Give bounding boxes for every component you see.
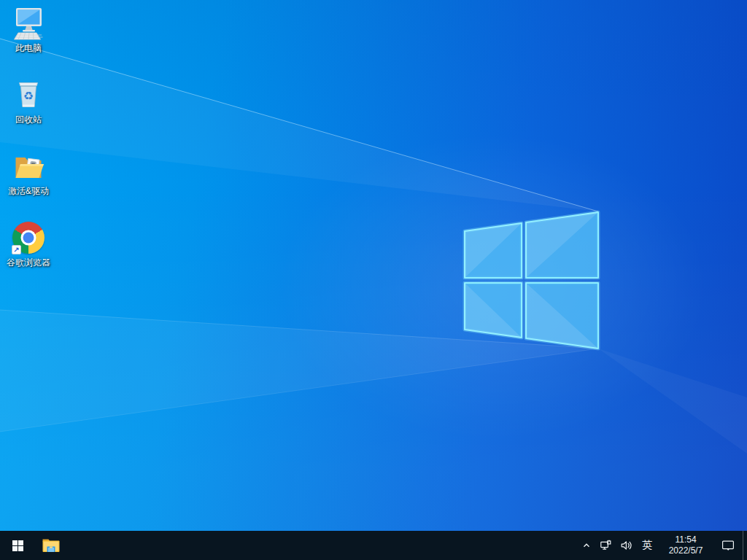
volume-button[interactable]	[616, 531, 636, 560]
ime-label: 英	[642, 539, 652, 552]
action-center-button[interactable]	[713, 531, 743, 560]
clock-date: 2022/5/7	[669, 545, 703, 556]
recycle-bin-icon: ♻	[11, 77, 46, 112]
desktop-icon-activation-drivers[interactable]: 激活&驱动	[1, 149, 55, 197]
file-explorer-button[interactable]	[35, 531, 67, 560]
svg-text:♻: ♻	[23, 89, 34, 103]
desktop-surface[interactable]: 此电脑 ♻ 回收站	[0, 0, 747, 531]
wallpaper-logo-icon	[0, 0, 747, 531]
start-button[interactable]	[0, 531, 35, 560]
desktop-icon-label: 此电脑	[15, 43, 42, 54]
taskbar: 英 11:54 2022/5/7	[0, 531, 747, 560]
desktop-icon-recycle-bin[interactable]: ♻ 回收站	[1, 77, 55, 125]
network-icon	[600, 540, 611, 551]
ime-indicator[interactable]: 英	[636, 531, 658, 560]
system-tray: 英 11:54 2022/5/7	[578, 531, 747, 560]
network-button[interactable]	[595, 531, 616, 560]
chrome-icon	[11, 220, 46, 255]
volume-icon	[620, 540, 632, 551]
show-desktop-button[interactable]	[743, 531, 747, 560]
shortcut-arrow-icon	[12, 245, 21, 254]
file-explorer-icon	[42, 537, 61, 553]
desktop-icon-label: 谷歌浏览器	[7, 257, 50, 268]
desktop-icon-label: 回收站	[15, 114, 42, 125]
clock-time: 11:54	[675, 534, 696, 545]
chevron-up-icon	[582, 541, 591, 550]
clock[interactable]: 11:54 2022/5/7	[658, 531, 713, 560]
desktop-icon-label: 激活&驱动	[8, 186, 49, 197]
this-pc-icon	[11, 6, 46, 41]
folder-open-icon	[11, 149, 46, 184]
windows-logo-icon	[12, 540, 24, 552]
action-center-icon	[721, 540, 735, 552]
desktop-icon-this-pc[interactable]: 此电脑	[1, 6, 55, 54]
desktop-icon-google-chrome[interactable]: 谷歌浏览器	[1, 220, 55, 268]
show-hidden-icons-button[interactable]	[578, 531, 595, 560]
